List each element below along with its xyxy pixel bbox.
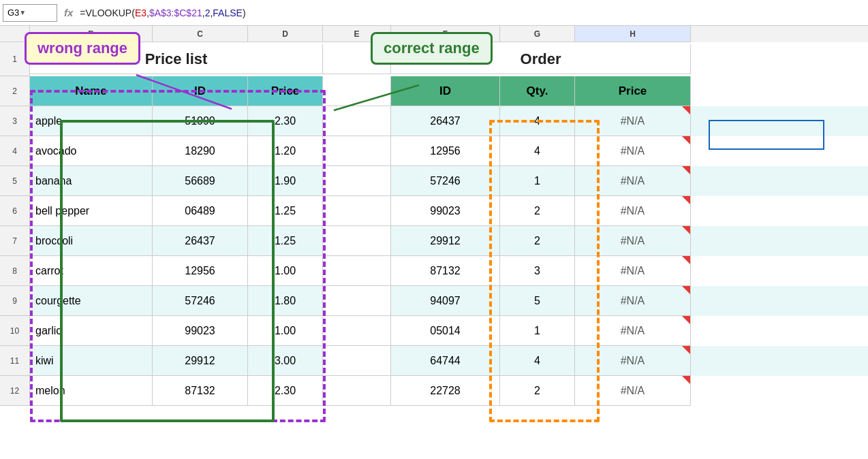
cell-order-id-6[interactable]: 99023 <box>391 196 500 226</box>
cell-order-id-3[interactable]: 26437 <box>391 106 500 136</box>
row-num-5: 5 <box>0 166 30 196</box>
gap-cell-12 <box>323 376 391 406</box>
formula-display: =VLOOKUP(E3,$A$3:$C$21,2,FALSE) <box>80 7 865 18</box>
row-num-2: 2 <box>0 76 30 106</box>
gap-cell-11 <box>323 346 391 376</box>
gap-cell-2 <box>323 76 391 106</box>
cell-order-id-12[interactable]: 22728 <box>391 376 500 406</box>
callout-wrong-range: wrong range <box>25 32 140 65</box>
header-order-price: Price <box>575 76 691 106</box>
col-header-d[interactable]: D <box>248 26 323 42</box>
row-num-12: 12 <box>0 376 30 406</box>
cell-order-id-4[interactable]: 12956 <box>391 136 500 166</box>
gap-cell-4 <box>323 136 391 166</box>
cell-order-id-5[interactable]: 57246 <box>391 166 500 196</box>
row-num-6: 6 <box>0 196 30 226</box>
cell-reference-box[interactable]: G3 ▼ <box>3 4 57 22</box>
col-header-c[interactable]: C <box>153 26 248 42</box>
green-solid-range <box>60 120 275 422</box>
formula-arg3: 2 <box>205 7 211 18</box>
gap-cell-9 <box>323 286 391 316</box>
callout-correct-text: correct range <box>384 39 480 57</box>
row-num-11: 11 <box>0 346 30 376</box>
row-num-9: 9 <box>0 286 30 316</box>
formula-bar: G3 ▼ fx =VLOOKUP(E3,$A$3:$C$21,2,FALSE) <box>0 0 868 26</box>
gap-cell-6 <box>323 196 391 226</box>
cell-order-id-11[interactable]: 64744 <box>391 346 500 376</box>
cell-order-id-10[interactable]: 05014 <box>391 316 500 346</box>
gap-cell-3 <box>323 106 391 136</box>
gap-cell-7 <box>323 226 391 256</box>
header-qty: Qty. <box>500 76 575 106</box>
cell-order-id-9[interactable]: 94097 <box>391 286 500 316</box>
cell-ref-dropdown[interactable]: ▼ <box>19 9 26 16</box>
row-num-4: 4 <box>0 136 30 166</box>
formula-arg2: $A$3:$C$21 <box>149 7 202 18</box>
callout-correct-range: correct range <box>371 32 493 65</box>
row-num-7: 7 <box>0 226 30 256</box>
header-order-id: ID <box>391 76 500 106</box>
cell-order-id-8[interactable]: 87132 <box>391 256 500 286</box>
col-header-f[interactable]: G <box>500 26 575 42</box>
gap-cell-8 <box>323 256 391 286</box>
cell-ref-text: G3 <box>7 7 19 18</box>
cell-order-id-7[interactable]: 29912 <box>391 226 500 256</box>
gap-cell-5 <box>323 166 391 196</box>
gap-cell-10 <box>323 316 391 346</box>
fx-icon: fx <box>60 7 77 18</box>
row-num-3: 3 <box>0 106 30 136</box>
formula-arg4: FALSE <box>213 7 243 18</box>
col-header-g[interactable]: H <box>575 26 691 42</box>
row-num-8: 8 <box>0 256 30 286</box>
orange-dashed-range <box>489 120 600 422</box>
formula-arg1: E3 <box>135 7 146 18</box>
row-num-10: 10 <box>0 316 30 346</box>
callout-wrong-text: wrong range <box>37 39 127 57</box>
